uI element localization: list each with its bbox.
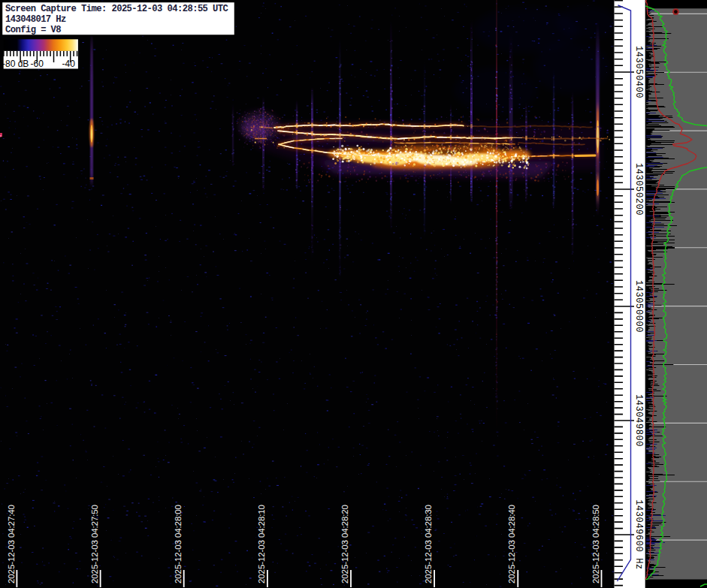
svg-text:143050000: 143050000 [633,280,644,333]
svg-text:2025-12-03 04:28:50: 2025-12-03 04:28:50 [591,505,600,583]
svg-text:2025-12-03 04:28:10: 2025-12-03 04:28:10 [257,505,266,583]
svg-text:2025-12-03 04:28:40: 2025-12-03 04:28:40 [507,505,516,583]
svg-text:2025-12-03 04:28:00: 2025-12-03 04:28:00 [174,505,183,583]
svg-text:143049600 Hz: 143049600 Hz [633,499,644,570]
svg-text:-40: -40 [62,59,76,69]
svg-text:2025-12-03 04:27:50: 2025-12-03 04:27:50 [90,505,99,583]
svg-text:143049800: 143049800 [633,394,644,447]
svg-text:2025-12-03 04:28:20: 2025-12-03 04:28:20 [340,505,349,583]
svg-text:143050400: 143050400 [633,46,644,98]
svg-text:Config = V8: Config = V8 [5,25,61,35]
svg-text:143050200: 143050200 [633,163,644,216]
svg-text:2025-12-03 04:27:40: 2025-12-03 04:27:40 [7,505,16,583]
svg-text:-80 dB: -80 dB [2,59,29,69]
svg-text:-60: -60 [31,59,44,69]
svg-text:Screen Capture Time: 2025-12-0: Screen Capture Time: 2025-12-03 04:28:55… [5,4,228,14]
svg-text:143048017 Hz: 143048017 Hz [5,14,66,25]
svg-text:2025-12-03 04:28:30: 2025-12-03 04:28:30 [424,505,433,583]
